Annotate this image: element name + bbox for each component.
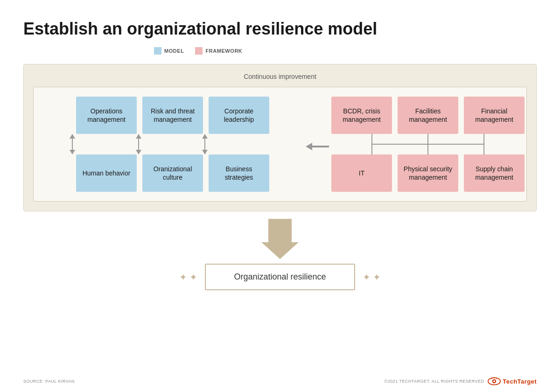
org-resilience-box: Organizational resilience — [205, 264, 355, 290]
legend-framework: FRAMEWORK — [195, 47, 242, 55]
page-title: Establish an organizational resilience m… — [23, 19, 537, 39]
arrow-shaft — [268, 219, 292, 242]
svg-point-16 — [493, 380, 495, 382]
horizontal-arrow-area — [303, 97, 331, 192]
legend-model-box — [154, 47, 161, 55]
outer-diagram-box: Continuous improvement Operations manage… — [23, 64, 537, 211]
techtarget-brand-label: TechTarget — [503, 378, 537, 385]
right-connector-svg — [331, 134, 525, 154]
page: Establish an organizational resilience m… — [0, 0, 560, 392]
legend-framework-label: FRAMEWORK — [205, 48, 242, 54]
inner-diagram-box: Operations management Risk and threat ma… — [33, 87, 527, 202]
arrow-head — [261, 242, 299, 259]
box-corporate-leadership: Corporate leadership — [209, 97, 269, 134]
right-connector-lines — [331, 134, 525, 154]
legend: MODEL FRAMEWORK — [154, 47, 537, 55]
big-down-arrow — [23, 219, 537, 259]
left-top-row: Operations management Risk and threat ma… — [76, 97, 269, 134]
box-it: IT — [331, 154, 392, 192]
svg-marker-5 — [136, 150, 141, 154]
org-resilience-label: Organizational resilience — [234, 272, 326, 281]
techtarget-logo: TechTarget — [488, 377, 537, 385]
svg-marker-2 — [70, 150, 75, 154]
box-risk-threat: Risk and threat management — [142, 97, 203, 134]
box-supply-chain: Supply chain management — [464, 154, 525, 192]
box-bcdr: BCDR, crisis management — [331, 97, 392, 134]
box-physical-security: Physical security management — [398, 154, 458, 192]
footer-copyright: ©2021 TECHTARGET. ALL RIGHTS RESERVED — [385, 379, 484, 384]
box-facilities: Facilities management — [398, 97, 458, 134]
box-financial: Financial management — [464, 97, 525, 134]
svg-marker-0 — [70, 134, 75, 139]
legend-model: MODEL — [154, 47, 184, 55]
svg-rect-4 — [138, 139, 139, 150]
double-arrow-2 — [134, 134, 143, 154]
svg-marker-9 — [306, 143, 329, 150]
footer: SOURCE: PAUL KIRVAN ©2021 TECHTARGET. AL… — [23, 377, 537, 385]
legend-framework-box — [195, 47, 203, 55]
right-top-row: BCDR, crisis management Facilities manag… — [331, 97, 525, 134]
svg-marker-3 — [136, 134, 141, 139]
svg-marker-6 — [202, 134, 208, 139]
org-resilience-container: ✦ ✦ Organizational resilience ✦ ✦ — [23, 264, 537, 290]
svg-marker-8 — [202, 150, 208, 154]
svg-rect-1 — [72, 139, 73, 150]
footer-right: ©2021 TECHTARGET. ALL RIGHTS RESERVED Te… — [385, 377, 537, 385]
left-section: Operations management Risk and threat ma… — [42, 97, 303, 192]
svg-rect-7 — [204, 139, 205, 150]
left-arrow-icon — [306, 142, 329, 151]
left-arrows-row — [42, 134, 303, 154]
sparkle-right: ✦ ✦ — [363, 272, 381, 283]
double-arrow-1 — [68, 134, 77, 154]
box-human-behavior: Human behavior — [76, 154, 137, 192]
continuous-label: Continuous improvement — [33, 73, 527, 80]
left-bottom-row: Human behavior Oranizational culture Bus… — [76, 154, 269, 192]
right-section: BCDR, crisis management Facilities manag… — [331, 97, 525, 192]
sparkle-left: ✦ ✦ — [179, 272, 198, 283]
diagram-area: Operations management Risk and threat ma… — [42, 97, 518, 192]
box-business-strategies: Business strategies — [209, 154, 269, 192]
right-bottom-row: IT Physical security management Supply c… — [331, 154, 525, 192]
footer-source: SOURCE: PAUL KIRVAN — [23, 379, 75, 384]
box-operations-management: Operations management — [76, 97, 137, 134]
box-org-culture: Oranizational culture — [142, 154, 203, 192]
techtarget-eye-icon — [488, 377, 501, 385]
double-arrow-3 — [200, 134, 210, 154]
legend-model-label: MODEL — [164, 48, 184, 54]
